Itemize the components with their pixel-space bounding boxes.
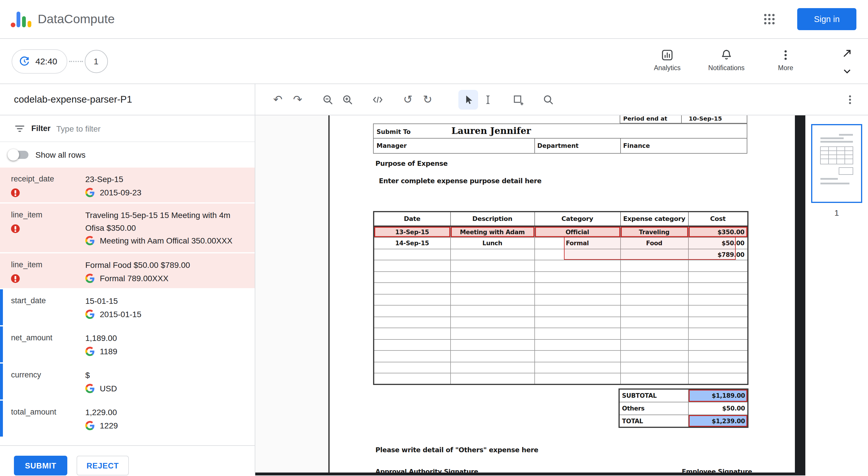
code-view-button[interactable] (368, 90, 388, 109)
horizontal-scrollbar[interactable] (255, 473, 795, 475)
brand: DataCompute (10, 10, 115, 28)
notifications-bell-icon (720, 49, 733, 62)
reject-button[interactable]: REJECT (76, 456, 128, 475)
expense-empty-row (374, 271, 748, 283)
line-item-highlight-box[interactable] (564, 237, 736, 260)
notifications-button[interactable]: Notifications (708, 45, 745, 71)
rotate-right-button[interactable]: ↻ (418, 90, 437, 109)
expense-empty-row (374, 328, 748, 339)
text-select-tool[interactable] (478, 90, 498, 109)
field-row-receipt-date[interactable]: receipt_date 23-Sep-15 2015-09-23 (0, 168, 255, 202)
purpose-label: Purpose of Expense (375, 160, 447, 168)
manager-label: Manager (377, 139, 407, 153)
google-g-icon (85, 236, 95, 245)
manager-row: Manager Department Finance (373, 138, 747, 154)
subtotal-label: SUBTOTAL (619, 389, 688, 402)
add-region-icon (512, 94, 524, 105)
entity-box[interactable]: Traveling (620, 226, 688, 237)
expense-empty-row (374, 339, 748, 350)
kebab-icon (844, 94, 856, 105)
field-row-net-amount[interactable]: net_amount 1,189.00 1189 (0, 327, 255, 362)
field-row-line-item-1[interactable]: line_item Traveling 15-5ep-15 15 Meeting… (0, 204, 255, 252)
datacompute-logo-icon (10, 10, 31, 28)
submit-button[interactable]: SUBMIT (14, 456, 67, 475)
error-icon (11, 189, 20, 197)
others-row: Others $50.00 (619, 402, 748, 414)
expense-empty-row (374, 294, 748, 305)
field-row-start-date[interactable]: start_date 15-01-15 2015-01-15 (0, 289, 255, 325)
field-value-col: Formal Food $50.00 $789.00 Formal 789.00… (84, 253, 255, 288)
more-button[interactable]: More (767, 45, 804, 71)
step-badge[interactable]: 1 (85, 49, 107, 73)
code-icon (372, 94, 383, 105)
sign-in-button[interactable]: Sign in (797, 8, 857, 30)
field-name: net_amount (11, 333, 84, 342)
field-row-total-amount[interactable]: total_amount 1,229.00 1229 (0, 401, 255, 437)
department-label: Department (537, 139, 579, 153)
timer-refresh-icon (19, 55, 30, 67)
app: DataCompute Sign in 42:40 1 (0, 0, 868, 476)
period-end-label: Period end at (620, 115, 682, 124)
zoom-in-icon (342, 94, 353, 105)
expense-row-1: 13-Sep-15 Meeting with Adam Official Tra… (374, 226, 748, 237)
zoom-in-button[interactable] (338, 90, 358, 109)
add-bounding-box-tool[interactable] (508, 90, 528, 109)
field-value-col: Traveling 15-5ep-15 15 Meeting with 4m O… (84, 204, 255, 252)
chevron-down-icon[interactable] (841, 66, 853, 77)
expense-empty-row (374, 260, 748, 271)
submit-to-label: Submit To (377, 124, 411, 139)
expense-empty-row (374, 283, 748, 294)
expense-empty-row (374, 316, 748, 328)
document-viewport[interactable]: Period end at 10-Sep-15 Submit To Lauren… (255, 115, 795, 475)
search-document-button[interactable] (538, 90, 558, 109)
google-g-icon (85, 273, 95, 283)
expense-header-row: Date Description Category Expense catego… (374, 212, 748, 226)
zoom-out-button[interactable] (318, 90, 338, 109)
total-row: TOTAL $1,239.00 (619, 414, 748, 427)
search-icon (542, 94, 554, 105)
filter-bar: Filter (0, 115, 255, 142)
expand-arrow-icon[interactable] (841, 47, 853, 59)
more-kebab-icon (779, 49, 792, 62)
field-normalized-value: 1189 (100, 346, 117, 356)
rotate-left-button[interactable]: ↺ (398, 90, 418, 109)
toolbar-more-button[interactable] (840, 90, 860, 109)
vertical-scrollbar[interactable] (795, 115, 805, 475)
timer-value: 42:40 (35, 56, 57, 66)
notifications-label: Notifications (708, 64, 744, 71)
entity-box[interactable]: Meeting with Adam (450, 226, 534, 237)
purpose-hint: Enter complete expense purpose detail he… (379, 177, 541, 185)
redo-button[interactable]: ↷ (288, 90, 308, 109)
field-value: 23-Sep-15 (85, 173, 248, 186)
field-name-col: receipt_date (3, 168, 84, 202)
field-value-col: 1,229.00 1229 (84, 401, 255, 437)
expense-empty-row (374, 362, 748, 373)
analytics-label: Analytics (654, 64, 681, 71)
field-name: line_item (11, 210, 84, 219)
error-icon (11, 274, 20, 283)
document-page[interactable]: Period end at 10-Sep-15 Submit To Lauren… (329, 115, 795, 475)
field-row-currency[interactable]: currency $ USD (0, 364, 255, 400)
brand-name: DataCompute (38, 12, 115, 26)
show-all-rows-toggle[interactable] (9, 151, 28, 159)
select-pointer-tool[interactable] (458, 90, 478, 109)
summary-table: SUBTOTAL $1,189.00 Others $50.00 TOTAL $… (619, 388, 748, 428)
more-label: More (778, 64, 793, 71)
undo-button[interactable]: ↶ (268, 90, 288, 109)
field-row-line-item-2[interactable]: line_item Formal Food $50.00 $789.00 For… (0, 253, 255, 288)
subtotal-value-highlight[interactable]: $1,189.00 (688, 389, 748, 402)
google-g-icon (85, 421, 95, 430)
step-connector (69, 61, 83, 62)
entity-box[interactable]: 13-Sep-15 (374, 226, 450, 237)
entity-box[interactable]: Official (534, 226, 620, 237)
analytics-button[interactable]: Analytics (649, 45, 686, 71)
field-name: receipt_date (11, 174, 84, 183)
total-value-highlight[interactable]: $1,239.00 (688, 414, 748, 427)
filter-input[interactable] (56, 124, 155, 133)
subtotal-row: SUBTOTAL $1,189.00 (619, 389, 748, 402)
apps-grid-icon[interactable] (758, 7, 781, 31)
google-g-icon (85, 383, 95, 393)
timer-chip[interactable]: 42:40 (11, 49, 67, 73)
page-thumbnail[interactable] (811, 124, 862, 203)
entity-box[interactable]: $350.00 (688, 226, 748, 237)
